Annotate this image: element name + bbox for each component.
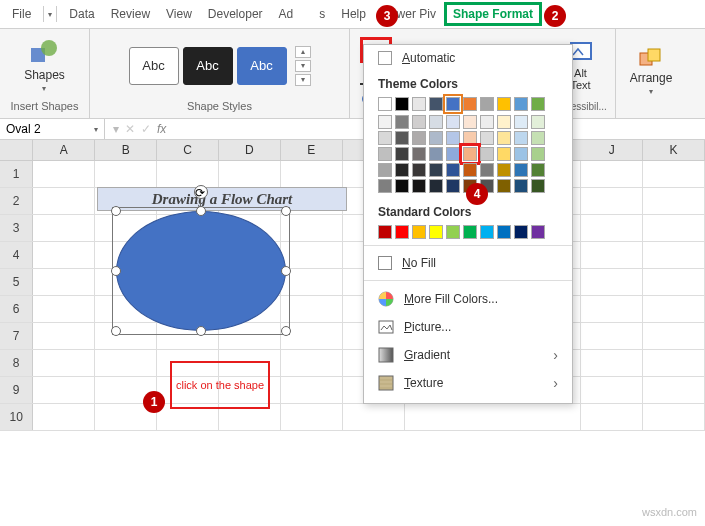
color-swatch[interactable] [463, 163, 477, 177]
color-swatch[interactable] [480, 225, 494, 239]
color-swatch[interactable] [395, 115, 409, 129]
color-swatch[interactable] [463, 147, 477, 161]
color-swatch[interactable] [497, 179, 511, 193]
color-swatch[interactable] [429, 97, 443, 111]
col-header[interactable]: D [219, 140, 281, 160]
color-swatch[interactable] [531, 179, 545, 193]
fx-expand-icon[interactable]: ▾ [113, 122, 119, 136]
arrange-button[interactable]: Arrange ▾ [624, 45, 679, 98]
color-swatch[interactable] [395, 179, 409, 193]
name-box[interactable]: Oval 2 ▾ [0, 119, 105, 139]
color-swatch[interactable] [378, 97, 392, 111]
color-swatch[interactable] [412, 147, 426, 161]
tab-review[interactable]: Review [103, 3, 158, 25]
row-header[interactable]: 1 [0, 161, 33, 187]
color-swatch[interactable] [395, 97, 409, 111]
color-swatch[interactable] [412, 115, 426, 129]
qat-dropdown-icon[interactable]: ▾ [48, 10, 52, 19]
color-swatch[interactable] [480, 115, 494, 129]
color-swatch[interactable] [429, 115, 443, 129]
row-header[interactable]: 7 [0, 323, 33, 349]
tab-data[interactable]: Data [61, 3, 102, 25]
color-swatch[interactable] [446, 225, 460, 239]
color-swatch[interactable] [514, 179, 528, 193]
color-swatch[interactable] [463, 115, 477, 129]
color-swatch[interactable] [463, 97, 477, 111]
resize-handle[interactable] [111, 326, 121, 336]
resize-handle[interactable] [281, 206, 291, 216]
color-swatch[interactable] [514, 225, 528, 239]
color-swatch[interactable] [514, 147, 528, 161]
color-swatch[interactable] [514, 97, 528, 111]
fill-picture[interactable]: Picture... [364, 313, 572, 341]
color-swatch[interactable] [429, 163, 443, 177]
row-header[interactable]: 2 [0, 188, 33, 214]
tab-help[interactable]: Help [333, 3, 374, 25]
color-swatch[interactable] [395, 131, 409, 145]
col-header[interactable]: E [281, 140, 343, 160]
fill-automatic[interactable]: Automatic [364, 45, 572, 71]
color-swatch[interactable] [412, 225, 426, 239]
resize-handle[interactable] [196, 206, 206, 216]
worksheet-grid[interactable]: 1 2 3 4 5 6 7 8 9 10 Drawing a Flow Char… [0, 161, 705, 431]
row-header[interactable]: 5 [0, 269, 33, 295]
color-swatch[interactable] [463, 131, 477, 145]
col-header[interactable]: K [643, 140, 705, 160]
more-fill-colors[interactable]: More Fill Colors... [364, 285, 572, 313]
color-swatch[interactable] [446, 115, 460, 129]
color-swatch[interactable] [480, 163, 494, 177]
resize-handle[interactable] [281, 326, 291, 336]
color-swatch[interactable] [429, 179, 443, 193]
color-swatch[interactable] [497, 97, 511, 111]
resize-handle[interactable] [111, 206, 121, 216]
color-swatch[interactable] [497, 115, 511, 129]
col-header[interactable]: A [33, 140, 95, 160]
color-swatch[interactable] [531, 115, 545, 129]
tab-developer[interactable]: Developer [200, 3, 271, 25]
tab-view[interactable]: View [158, 3, 200, 25]
color-swatch[interactable] [412, 179, 426, 193]
color-swatch[interactable] [429, 225, 443, 239]
color-swatch[interactable] [497, 131, 511, 145]
col-header[interactable]: B [95, 140, 157, 160]
gallery-up-icon[interactable]: ▴ [295, 46, 311, 58]
resize-handle[interactable] [111, 266, 121, 276]
tab-addins-suffix[interactable]: s [301, 3, 333, 25]
color-swatch[interactable] [378, 147, 392, 161]
color-swatch[interactable] [446, 97, 460, 111]
row-header[interactable]: 4 [0, 242, 33, 268]
color-swatch[interactable] [378, 115, 392, 129]
selected-oval-shape[interactable]: ⟳ [116, 211, 286, 331]
gallery-down-icon[interactable]: ▾ [295, 60, 311, 72]
color-swatch[interactable] [514, 115, 528, 129]
color-swatch[interactable] [412, 131, 426, 145]
shape-style-preset-3[interactable]: Abc [237, 47, 287, 85]
color-swatch[interactable] [412, 163, 426, 177]
color-swatch[interactable] [497, 147, 511, 161]
row-header[interactable]: 6 [0, 296, 33, 322]
shape-style-preset-2[interactable]: Abc [183, 47, 233, 85]
color-swatch[interactable] [429, 131, 443, 145]
color-swatch[interactable] [514, 163, 528, 177]
color-swatch[interactable] [378, 163, 392, 177]
color-swatch[interactable] [446, 179, 460, 193]
tab-addins[interactable]: Ad [271, 3, 302, 25]
col-header[interactable]: C [157, 140, 219, 160]
color-swatch[interactable] [531, 147, 545, 161]
row-header[interactable]: 10 [0, 404, 33, 430]
color-swatch[interactable] [429, 147, 443, 161]
color-swatch[interactable] [378, 131, 392, 145]
color-swatch[interactable] [480, 97, 494, 111]
color-swatch[interactable] [531, 163, 545, 177]
row-header[interactable]: 3 [0, 215, 33, 241]
color-swatch[interactable] [497, 225, 511, 239]
fill-texture[interactable]: Texture [364, 369, 572, 397]
select-all-triangle[interactable] [0, 140, 33, 160]
resize-handle[interactable] [196, 326, 206, 336]
color-swatch[interactable] [497, 163, 511, 177]
color-swatch[interactable] [463, 225, 477, 239]
color-swatch[interactable] [378, 179, 392, 193]
formula-bar[interactable]: ▾ ✕ ✓ fx [105, 122, 174, 136]
color-swatch[interactable] [446, 163, 460, 177]
color-swatch[interactable] [395, 225, 409, 239]
